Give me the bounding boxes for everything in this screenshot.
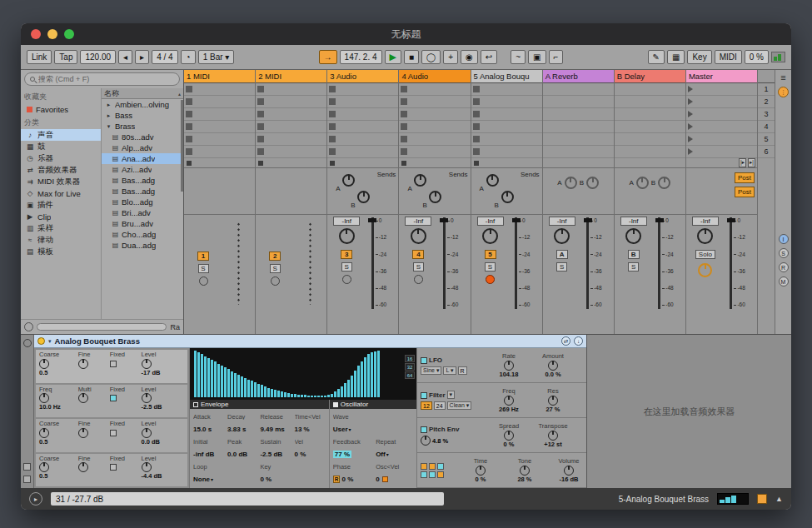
hamburger-menu-icon[interactable]: ≡: [780, 73, 785, 82]
param-value[interactable]: -17 dB: [142, 370, 161, 376]
stop-button[interactable]: ■: [404, 50, 419, 64]
scene-number[interactable]: 1: [758, 83, 775, 96]
hot-swap-icon[interactable]: ⇄: [561, 336, 570, 346]
solo-button[interactable]: Solo: [695, 250, 715, 259]
arrangement-position-display[interactable]: 147. 2. 4: [340, 50, 382, 64]
param-value[interactable]: 0 %: [476, 476, 486, 483]
reenable-automation-button[interactable]: ↩: [481, 50, 497, 64]
browser-item[interactable]: ▤Azi...adv: [102, 164, 183, 175]
clip-slot[interactable]: [399, 121, 470, 133]
pan-knob[interactable]: [554, 228, 570, 244]
fixed-checkbox[interactable]: [110, 464, 117, 471]
param-value[interactable]: 0 %: [295, 451, 326, 458]
quantization-menu[interactable]: 1 Bar ▾: [198, 50, 235, 64]
browser-item[interactable]: ▤Dua...adg: [102, 240, 183, 251]
param-value[interactable]: -16 dB: [560, 476, 579, 483]
pan-knob[interactable]: [482, 228, 498, 244]
volume-fader[interactable]: 0-12-24-36-48-60: [439, 215, 469, 313]
search-input[interactable]: [38, 75, 174, 83]
param-value[interactable]: 0 %: [260, 476, 292, 483]
clip-slot[interactable]: [327, 83, 398, 96]
clip-slot[interactable]: [327, 121, 398, 133]
param-knob[interactable]: [142, 393, 152, 403]
param-value[interactable]: 269 Hz: [499, 406, 519, 413]
param-value[interactable]: 0.0 dB: [227, 451, 258, 458]
fader-handle[interactable]: [440, 218, 448, 222]
volume-display[interactable]: -Inf: [692, 217, 719, 226]
browser-item[interactable]: ▤80s...adv: [102, 132, 183, 142]
param-knob[interactable]: [39, 393, 49, 403]
track-header[interactable]: Master: [686, 70, 757, 83]
rate-knob[interactable]: [504, 361, 514, 371]
param-knob[interactable]: [78, 462, 88, 472]
zoom-button[interactable]: [64, 29, 74, 39]
clip-slot[interactable]: [615, 133, 685, 146]
clip-slot[interactable]: [256, 146, 326, 158]
clip-slot[interactable]: [184, 108, 255, 121]
track-header[interactable]: A Reverb: [543, 70, 614, 83]
tempo-display[interactable]: 120.00: [80, 50, 116, 64]
sidebar-item-templates[interactable]: ▤模板: [21, 246, 101, 257]
io-meter-icon[interactable]: ⋮: [778, 87, 789, 97]
clip-slot[interactable]: [184, 83, 255, 96]
stop-clips-button[interactable]: [187, 161, 192, 166]
scene-number[interactable]: 2: [758, 96, 775, 108]
browser-search[interactable]: [24, 72, 180, 86]
param-value[interactable]: User▾: [333, 426, 374, 433]
osc-row-4[interactable]: Coarse0.5FineFixedLevel-4.4 dB: [36, 454, 187, 487]
midi-io-indicator[interactable]: [771, 52, 785, 62]
sidebar-item-sounds[interactable]: ♪声音: [21, 129, 101, 141]
volume-fader[interactable]: 0-12-24-36-48-60: [367, 215, 397, 313]
track-header[interactable]: B Delay: [615, 70, 685, 83]
clip-slot[interactable]: [686, 146, 757, 158]
browser-item[interactable]: ▤Bru...adv: [102, 218, 183, 229]
stop-clips-button[interactable]: [330, 161, 335, 166]
arrangement-record-button[interactable]: ◯: [421, 50, 441, 64]
clip-slot[interactable]: [686, 108, 757, 121]
param-knob[interactable]: [39, 428, 49, 438]
name-column-header[interactable]: 名称: [104, 88, 119, 99]
volume-display[interactable]: -Inf: [333, 217, 360, 226]
param-value[interactable]: 77 %: [333, 451, 374, 458]
browser-item[interactable]: ▤Ana...adv: [102, 153, 183, 164]
pan-knob[interactable]: [625, 228, 641, 244]
osc-row-3[interactable]: Coarse0.5FineFixedLevel0.0 dB: [36, 419, 187, 452]
scene-number[interactable]: 4: [758, 121, 775, 133]
clip-slot[interactable]: [327, 133, 398, 146]
browser-item[interactable]: ▤Bas...adg: [102, 175, 183, 186]
pan-knob[interactable]: [339, 228, 355, 244]
play-button[interactable]: ▶: [385, 50, 401, 64]
sidebar-item-instruments[interactable]: ◷乐器: [21, 152, 101, 164]
browser-item[interactable]: ▸Ambien...olving: [102, 99, 183, 110]
stop-clips-button[interactable]: [258, 161, 263, 166]
track-header[interactable]: 3 Audio: [327, 70, 398, 83]
clip-slot[interactable]: [399, 133, 470, 146]
midi-overdub-button[interactable]: +: [443, 50, 458, 64]
osc-row-2[interactable]: Freq10.0 HzMultiFixedLevel-2.5 dB: [36, 385, 187, 418]
loop-button[interactable]: ⌐: [549, 50, 564, 64]
param-value[interactable]: 0.0 %: [545, 371, 560, 378]
fader-handle[interactable]: [655, 218, 664, 222]
clip-slot[interactable]: [615, 96, 685, 108]
stop-clips-button[interactable]: [474, 161, 479, 166]
preview-scrubber[interactable]: [37, 323, 167, 331]
send-knob[interactable]: [658, 177, 670, 189]
pan-knob[interactable]: [411, 228, 426, 244]
scrollbar[interactable]: [181, 100, 183, 192]
solo-button[interactable]: S: [341, 262, 352, 271]
clip-slot[interactable]: [184, 96, 255, 108]
solo-button[interactable]: S: [485, 262, 496, 271]
sidebar-item-clips[interactable]: ▶Clip: [21, 211, 101, 222]
device-view-icon[interactable]: [23, 339, 32, 347]
device-title-bar[interactable]: ▾Analog Bouquet Brass⇄↓: [34, 335, 586, 348]
automation-arm-button[interactable]: ◉: [461, 50, 478, 64]
arm-button[interactable]: [342, 275, 351, 284]
show-hide-arrow[interactable]: ▲: [775, 495, 783, 503]
clip-slot[interactable]: [256, 133, 326, 146]
clip-slot[interactable]: [615, 146, 685, 158]
sidebar-item-samples[interactable]: ▥采样: [21, 222, 101, 234]
res-knob[interactable]: [548, 396, 558, 406]
track-activator[interactable]: 5: [485, 250, 496, 259]
fixed-checkbox[interactable]: [110, 395, 117, 401]
clip-slot[interactable]: [256, 96, 326, 108]
